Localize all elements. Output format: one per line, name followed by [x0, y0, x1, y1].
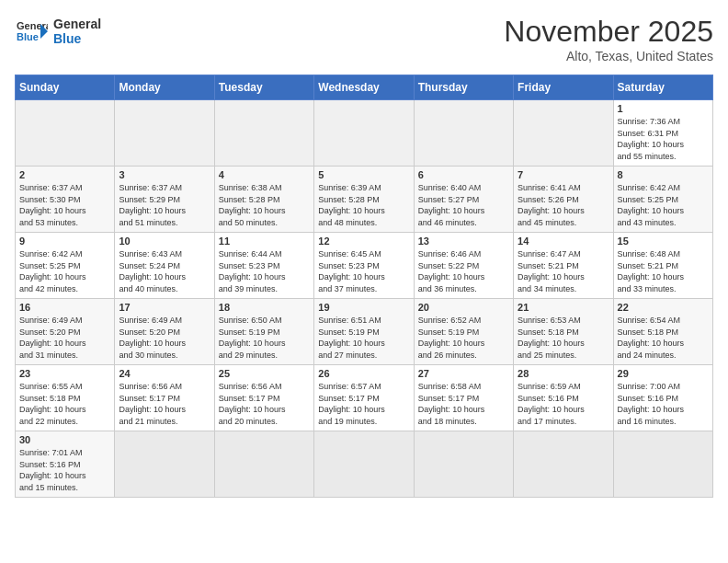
calendar-week-row: 16Sunrise: 6:49 AM Sunset: 5:20 PM Dayli…	[16, 299, 713, 365]
weekday-header-tuesday: Tuesday	[214, 75, 313, 100]
svg-text:Blue: Blue	[17, 31, 39, 42]
day-number: 15	[618, 236, 709, 247]
day-info: Sunrise: 6:52 AM Sunset: 5:19 PM Dayligh…	[418, 315, 509, 361]
title-block: November 2025 Alto, Texas, United States	[504, 15, 713, 63]
day-info: Sunrise: 6:49 AM Sunset: 5:20 PM Dayligh…	[19, 315, 110, 361]
calendar-cell	[613, 431, 712, 498]
calendar-cell: 11Sunrise: 6:44 AM Sunset: 5:23 PM Dayli…	[214, 233, 313, 299]
day-info: Sunrise: 6:40 AM Sunset: 5:27 PM Dayligh…	[418, 182, 509, 228]
calendar-cell: 2Sunrise: 6:37 AM Sunset: 5:30 PM Daylig…	[16, 167, 115, 233]
day-number: 18	[219, 302, 310, 313]
calendar-cell: 10Sunrise: 6:43 AM Sunset: 5:24 PM Dayli…	[115, 233, 214, 299]
weekday-header-sunday: Sunday	[16, 75, 115, 100]
day-number: 4	[219, 169, 310, 180]
day-info: Sunrise: 6:49 AM Sunset: 5:20 PM Dayligh…	[119, 315, 210, 361]
calendar-cell	[514, 100, 613, 167]
day-info: Sunrise: 6:39 AM Sunset: 5:28 PM Dayligh…	[318, 182, 409, 228]
day-info: Sunrise: 6:51 AM Sunset: 5:19 PM Dayligh…	[318, 315, 409, 361]
calendar-cell	[115, 431, 214, 498]
calendar-week-row: 2Sunrise: 6:37 AM Sunset: 5:30 PM Daylig…	[16, 167, 713, 233]
day-number: 16	[19, 302, 110, 313]
day-info: Sunrise: 6:44 AM Sunset: 5:23 PM Dayligh…	[219, 248, 310, 294]
day-number: 3	[119, 169, 210, 180]
day-number: 14	[518, 236, 609, 247]
calendar-cell: 7Sunrise: 6:41 AM Sunset: 5:26 PM Daylig…	[514, 167, 613, 233]
logo-icon: General Blue	[15, 15, 48, 48]
day-info: Sunrise: 6:57 AM Sunset: 5:17 PM Dayligh…	[318, 381, 409, 427]
day-number: 7	[518, 169, 609, 180]
day-number: 28	[518, 368, 609, 379]
day-info: Sunrise: 6:59 AM Sunset: 5:16 PM Dayligh…	[518, 381, 609, 427]
weekday-header-friday: Friday	[514, 75, 613, 100]
calendar-cell: 5Sunrise: 6:39 AM Sunset: 5:28 PM Daylig…	[314, 167, 414, 233]
day-info: Sunrise: 6:54 AM Sunset: 5:18 PM Dayligh…	[618, 315, 709, 361]
day-number: 8	[618, 169, 709, 180]
day-number: 29	[618, 368, 709, 379]
day-number: 11	[219, 236, 310, 247]
weekday-header-saturday: Saturday	[613, 75, 712, 100]
calendar-body: 1Sunrise: 7:36 AM Sunset: 6:31 PM Daylig…	[16, 100, 713, 498]
calendar-cell: 9Sunrise: 6:42 AM Sunset: 5:25 PM Daylig…	[16, 233, 115, 299]
calendar-cell: 29Sunrise: 7:00 AM Sunset: 5:16 PM Dayli…	[613, 365, 712, 431]
weekday-header-row: SundayMondayTuesdayWednesdayThursdayFrid…	[16, 75, 713, 100]
calendar-cell	[115, 100, 214, 167]
day-info: Sunrise: 6:43 AM Sunset: 5:24 PM Dayligh…	[119, 248, 210, 294]
calendar-week-row: 23Sunrise: 6:55 AM Sunset: 5:18 PM Dayli…	[16, 365, 713, 431]
day-info: Sunrise: 7:01 AM Sunset: 5:16 PM Dayligh…	[19, 447, 110, 493]
weekday-header-monday: Monday	[115, 75, 214, 100]
day-number: 10	[119, 236, 210, 247]
day-info: Sunrise: 6:37 AM Sunset: 5:30 PM Dayligh…	[19, 182, 110, 228]
day-number: 27	[418, 368, 509, 379]
day-number: 24	[119, 368, 210, 379]
weekday-header-thursday: Thursday	[414, 75, 513, 100]
day-info: Sunrise: 6:47 AM Sunset: 5:21 PM Dayligh…	[518, 248, 609, 294]
day-info: Sunrise: 6:56 AM Sunset: 5:17 PM Dayligh…	[219, 381, 310, 427]
calendar-cell	[414, 431, 513, 498]
calendar-week-row: 30Sunrise: 7:01 AM Sunset: 5:16 PM Dayli…	[16, 431, 713, 498]
page-header: General Blue General Blue November 2025 …	[15, 15, 713, 63]
calendar-header: SundayMondayTuesdayWednesdayThursdayFrid…	[16, 75, 713, 100]
calendar-cell: 4Sunrise: 6:38 AM Sunset: 5:28 PM Daylig…	[214, 167, 313, 233]
calendar-cell: 13Sunrise: 6:46 AM Sunset: 5:22 PM Dayli…	[414, 233, 513, 299]
day-number: 17	[119, 302, 210, 313]
day-number: 22	[618, 302, 709, 313]
day-number: 6	[418, 169, 509, 180]
day-number: 21	[518, 302, 609, 313]
calendar-cell	[514, 431, 613, 498]
day-info: Sunrise: 6:37 AM Sunset: 5:29 PM Dayligh…	[119, 182, 210, 228]
day-number: 25	[219, 368, 310, 379]
day-number: 5	[318, 169, 409, 180]
day-number: 26	[318, 368, 409, 379]
day-info: Sunrise: 6:53 AM Sunset: 5:18 PM Dayligh…	[518, 315, 609, 361]
day-info: Sunrise: 6:48 AM Sunset: 5:21 PM Dayligh…	[618, 248, 709, 294]
calendar-cell	[214, 100, 313, 167]
calendar-cell: 28Sunrise: 6:59 AM Sunset: 5:16 PM Dayli…	[514, 365, 613, 431]
location: Alto, Texas, United States	[504, 49, 713, 63]
weekday-header-wednesday: Wednesday	[314, 75, 414, 100]
calendar-cell: 26Sunrise: 6:57 AM Sunset: 5:17 PM Dayli…	[314, 365, 414, 431]
day-number: 2	[19, 169, 110, 180]
calendar-cell: 6Sunrise: 6:40 AM Sunset: 5:27 PM Daylig…	[414, 167, 513, 233]
day-number: 19	[318, 302, 409, 313]
calendar-cell: 24Sunrise: 6:56 AM Sunset: 5:17 PM Dayli…	[115, 365, 214, 431]
day-info: Sunrise: 6:42 AM Sunset: 5:25 PM Dayligh…	[19, 248, 110, 294]
calendar-table: SundayMondayTuesdayWednesdayThursdayFrid…	[15, 75, 713, 498]
calendar-cell: 18Sunrise: 6:50 AM Sunset: 5:19 PM Dayli…	[214, 299, 313, 365]
day-number: 1	[618, 103, 709, 114]
calendar-cell	[16, 100, 115, 167]
calendar-cell: 16Sunrise: 6:49 AM Sunset: 5:20 PM Dayli…	[16, 299, 115, 365]
day-info: Sunrise: 6:41 AM Sunset: 5:26 PM Dayligh…	[518, 182, 609, 228]
calendar-cell	[314, 431, 414, 498]
day-info: Sunrise: 6:56 AM Sunset: 5:17 PM Dayligh…	[119, 381, 210, 427]
logo-blue: Blue	[53, 31, 101, 46]
calendar-cell	[214, 431, 313, 498]
day-info: Sunrise: 6:50 AM Sunset: 5:19 PM Dayligh…	[219, 315, 310, 361]
calendar-cell: 14Sunrise: 6:47 AM Sunset: 5:21 PM Dayli…	[514, 233, 613, 299]
day-number: 13	[418, 236, 509, 247]
calendar-cell: 17Sunrise: 6:49 AM Sunset: 5:20 PM Dayli…	[115, 299, 214, 365]
calendar-cell: 20Sunrise: 6:52 AM Sunset: 5:19 PM Dayli…	[414, 299, 513, 365]
logo-general: General	[53, 17, 101, 31]
calendar-cell: 3Sunrise: 6:37 AM Sunset: 5:29 PM Daylig…	[115, 167, 214, 233]
day-number: 12	[318, 236, 409, 247]
calendar-cell	[314, 100, 414, 167]
